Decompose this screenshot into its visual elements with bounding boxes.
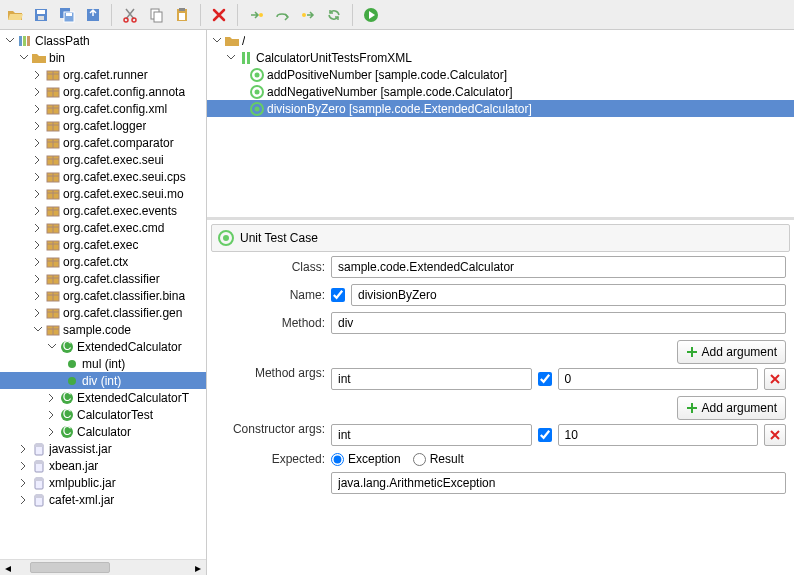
delete-arg-button[interactable] xyxy=(764,368,786,390)
arg-value-input[interactable] xyxy=(558,424,759,446)
collapsed-icon[interactable] xyxy=(32,137,43,148)
add-constructor-arg-button[interactable]: Add argument xyxy=(677,396,786,420)
test-case-item[interactable]: addPositiveNumber [sample.code.Calculato… xyxy=(207,66,794,83)
add-method-arg-button[interactable]: Add argument xyxy=(677,340,786,364)
collapsed-icon[interactable] xyxy=(18,494,29,505)
test-suite[interactable]: CalculatorUnitTestsFromXML xyxy=(207,49,794,66)
expander-icon[interactable] xyxy=(46,341,57,352)
arg-value-input[interactable] xyxy=(558,368,759,390)
cut-button[interactable] xyxy=(119,4,141,26)
svg-rect-55 xyxy=(247,52,250,64)
save-button[interactable] xyxy=(30,4,52,26)
tree-package[interactable]: org.cafet.exec.cmd xyxy=(0,219,206,236)
exception-radio-option[interactable]: Exception xyxy=(331,452,401,466)
tree-package[interactable]: org.cafet.exec xyxy=(0,236,206,253)
collapsed-icon[interactable] xyxy=(32,307,43,318)
name-checkbox[interactable] xyxy=(331,288,345,302)
tree-package[interactable]: org.cafet.classifier.gen xyxy=(0,304,206,321)
collapsed-icon[interactable] xyxy=(18,460,29,471)
collapsed-icon[interactable] xyxy=(46,409,57,420)
test-tree-root[interactable]: / xyxy=(207,32,794,49)
expander-icon[interactable] xyxy=(18,52,29,63)
scroll-left-icon[interactable]: ◂ xyxy=(0,560,16,575)
tree-class-extendedcalculator[interactable]: C ExtendedCalculator xyxy=(0,338,206,355)
step-out-button[interactable] xyxy=(297,4,319,26)
scroll-thumb[interactable] xyxy=(30,562,110,573)
tree-package[interactable]: org.cafet.logger xyxy=(0,117,206,134)
test-tree[interactable]: / CalculatorUnitTestsFromXML addPositive… xyxy=(207,30,794,119)
tree-root[interactable]: ClassPath xyxy=(0,32,206,49)
tree-class-extendedcalculator-t[interactable]: C ExtendedCalculatorT xyxy=(0,389,206,406)
expected-value-input[interactable] xyxy=(331,472,786,494)
collapsed-icon[interactable] xyxy=(32,120,43,131)
expander-icon[interactable] xyxy=(32,324,43,335)
tree-package[interactable]: org.cafet.ctx xyxy=(0,253,206,270)
tree-package[interactable]: org.cafet.config.xml xyxy=(0,100,206,117)
tree-package[interactable]: org.cafet.exec.seui xyxy=(0,151,206,168)
tree-package-sample[interactable]: sample.code xyxy=(0,321,206,338)
collapsed-icon[interactable] xyxy=(32,205,43,216)
collapsed-icon[interactable] xyxy=(32,290,43,301)
open-button[interactable] xyxy=(4,4,26,26)
arg-type-input[interactable] xyxy=(331,424,532,446)
method-input[interactable] xyxy=(331,312,786,334)
export-button[interactable] xyxy=(82,4,104,26)
test-case-item[interactable]: divisionByZero [sample.code.ExtendedCalc… xyxy=(207,100,794,117)
tree-jar[interactable]: xmlpublic.jar xyxy=(0,474,206,491)
tree-folder-bin[interactable]: bin xyxy=(0,49,206,66)
collapsed-icon[interactable] xyxy=(46,426,57,437)
collapsed-icon[interactable] xyxy=(32,222,43,233)
arg-checkbox[interactable] xyxy=(538,428,552,442)
test-case-item[interactable]: addNegativeNumber [sample.code.Calculato… xyxy=(207,83,794,100)
tree-method-mul[interactable]: mul (int) xyxy=(0,355,206,372)
save-all-button[interactable] xyxy=(56,4,78,26)
collapsed-icon[interactable] xyxy=(32,171,43,182)
arg-checkbox[interactable] xyxy=(538,372,552,386)
tree-jar[interactable]: cafet-xml.jar xyxy=(0,491,206,508)
collapsed-icon[interactable] xyxy=(32,273,43,284)
expander-icon[interactable] xyxy=(4,35,15,46)
tree-package[interactable]: org.cafet.exec.events xyxy=(0,202,206,219)
tree-package[interactable]: org.cafet.classifier xyxy=(0,270,206,287)
scroll-right-icon[interactable]: ▸ xyxy=(190,560,206,575)
result-radio-option[interactable]: Result xyxy=(413,452,464,466)
collapsed-icon[interactable] xyxy=(18,443,29,454)
name-input[interactable] xyxy=(351,284,786,306)
exception-radio[interactable] xyxy=(331,453,344,466)
tree-jar[interactable]: xbean.jar xyxy=(0,457,206,474)
arg-type-input[interactable] xyxy=(331,368,532,390)
collapsed-icon[interactable] xyxy=(32,188,43,199)
collapsed-icon[interactable] xyxy=(46,392,57,403)
tree-package[interactable]: org.cafet.config.annota xyxy=(0,83,206,100)
collapsed-icon[interactable] xyxy=(32,69,43,80)
horizontal-scrollbar[interactable]: ◂ ▸ xyxy=(0,559,206,575)
paste-button[interactable] xyxy=(171,4,193,26)
tree-package[interactable]: org.cafet.comparator xyxy=(0,134,206,151)
tree-class-calculatortest[interactable]: C CalculatorTest xyxy=(0,406,206,423)
collapsed-icon[interactable] xyxy=(32,154,43,165)
delete-arg-button[interactable] xyxy=(764,424,786,446)
classpath-tree[interactable]: ClassPath bin org.cafet.runnerorg.cafet.… xyxy=(0,30,206,559)
tree-jar[interactable]: javassist.jar xyxy=(0,440,206,457)
collapsed-icon[interactable] xyxy=(32,239,43,250)
collapsed-icon[interactable] xyxy=(32,256,43,267)
collapsed-icon[interactable] xyxy=(32,86,43,97)
tree-method-div[interactable]: div (int) xyxy=(0,372,206,389)
step-into-button[interactable] xyxy=(245,4,267,26)
tree-package[interactable]: org.cafet.exec.seui.mo xyxy=(0,185,206,202)
class-input[interactable] xyxy=(331,256,786,278)
run-button[interactable] xyxy=(360,4,382,26)
sync-button[interactable] xyxy=(323,4,345,26)
expander-icon[interactable] xyxy=(225,52,236,63)
result-radio[interactable] xyxy=(413,453,426,466)
tree-package[interactable]: org.cafet.runner xyxy=(0,66,206,83)
copy-button[interactable] xyxy=(145,4,167,26)
tree-package[interactable]: org.cafet.classifier.bina xyxy=(0,287,206,304)
collapsed-icon[interactable] xyxy=(18,477,29,488)
expander-icon[interactable] xyxy=(211,35,222,46)
delete-button[interactable] xyxy=(208,4,230,26)
collapsed-icon[interactable] xyxy=(32,103,43,114)
tree-class-calculator[interactable]: C Calculator xyxy=(0,423,206,440)
tree-package[interactable]: org.cafet.exec.seui.cps xyxy=(0,168,206,185)
step-over-button[interactable] xyxy=(271,4,293,26)
